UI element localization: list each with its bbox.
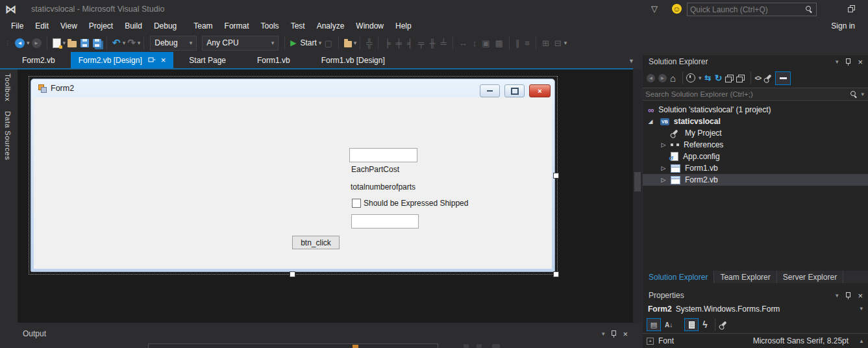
expander-collapsed-icon[interactable]: ▷ [659,142,668,148]
checkbox-express-shipped[interactable] [352,199,361,208]
resize-handle-bottom[interactable] [290,271,295,277]
resize-handle-bottom-right[interactable] [553,271,559,277]
tree-item-solution[interactable]: ∞ Solution 'staticvslocal' (1 project) [643,104,868,116]
properties-header[interactable]: Properties ▾ × [643,289,868,302]
events-icon[interactable]: ϟ [702,319,707,330]
align-bottoms-icon[interactable]: ╧ [441,38,447,48]
send-to-back-icon[interactable]: ⊟ [554,38,562,48]
window-position-dropdown-icon[interactable]: ▾ [836,293,839,299]
same-width-icon[interactable]: ↔ [459,38,467,48]
window-position-dropdown-icon[interactable]: ▾ [602,331,605,337]
expand-property-icon[interactable]: + [647,338,654,345]
object-dropdown-icon[interactable]: ▾ [860,306,863,312]
designer-vertical-scrollbar[interactable] [633,69,642,323]
pin-icon[interactable] [845,292,851,299]
size-to-grid-icon[interactable]: ▦ [495,38,503,48]
menu-window[interactable]: Window [350,19,390,33]
label-total-number-of-parts[interactable]: totalnumberofparts [351,182,415,192]
btn-click-button[interactable]: btn_click [292,236,340,249]
view-code-icon[interactable]: <> [754,75,761,82]
textbox-each-part-cost[interactable] [349,148,417,162]
tree-item-app-config[interactable]: App.config [643,151,868,162]
se-forward-icon[interactable]: ► [658,74,667,82]
redo-icon[interactable]: ↷ [127,37,136,49]
navigate-backward-dropdown[interactable]: ▾ [27,40,30,46]
menu-analyze[interactable]: Analyze [311,19,351,33]
output-toolbar-icon[interactable] [353,345,358,348]
property-row-font[interactable]: + Font Microsoft Sans Serif, 8.25pt ▲ [643,333,868,348]
window-position-dropdown-icon[interactable]: ▾ [836,59,839,65]
pin-icon[interactable] [845,58,851,66]
menu-build[interactable]: Build [119,19,148,33]
tab-form1-vb[interactable]: Form1.vb [242,52,306,68]
align-to-grid-icon[interactable]: ╬ [366,38,372,48]
designed-form-client-area[interactable]: EachPartCost totalnumberofparts Should b… [34,97,552,269]
save-all-icon[interactable] [93,39,101,47]
tab-server-explorer[interactable]: Server Explorer [777,271,843,283]
solution-platform-dropdown[interactable]: Any CPU▾ [202,36,279,51]
close-icon[interactable]: × [623,329,628,339]
close-icon[interactable]: × [858,291,863,301]
save-icon[interactable] [81,39,89,47]
attach-icon[interactable]: ▢ [324,38,332,48]
navigate-forward-icon[interactable]: ► [32,38,42,48]
pin-icon[interactable] [610,330,617,338]
toolbox-tab[interactable]: Toolbox [4,73,12,101]
tree-item-my-project[interactable]: My Project [643,127,868,139]
quick-launch-box[interactable] [687,3,817,16]
tree-item-project[interactable]: ◢ VB staticvslocal [643,116,868,127]
new-project-dropdown[interactable]: ▾ [63,40,66,46]
toolbar-overflow-dropdown[interactable]: ▾ [564,40,567,46]
form-maximize-button[interactable] [504,84,525,97]
solution-explorer-search-box[interactable]: ▾ [643,88,868,101]
properties-object-dropdown[interactable]: Form2 System.Windows.Forms.Form ▾ [643,302,868,316]
resize-handle-right[interactable] [553,173,559,179]
alphabetical-sort-icon[interactable]: A↓ [665,321,673,329]
properties-view-toggle[interactable] [684,318,699,331]
expander-collapsed-icon[interactable]: ▷ [659,177,668,183]
output-toolbar-icon[interactable] [464,344,469,348]
tab-pin-icon[interactable] [148,57,155,64]
form-close-button[interactable]: × [529,84,551,97]
horizontal-spacing-icon[interactable]: ∥ [515,38,520,48]
menu-team[interactable]: Team [188,19,218,33]
menu-tools[interactable]: Tools [255,19,285,33]
tab-list-dropdown[interactable]: ▼ [628,58,634,64]
textbox-second[interactable] [351,214,419,229]
data-sources-tab[interactable]: Data Sources [4,111,12,160]
menu-test[interactable]: Test [285,19,311,33]
home-icon[interactable]: ⌂ [670,73,676,84]
align-rights-icon[interactable]: ╡ [407,38,413,48]
close-icon[interactable]: × [858,57,863,67]
feedback-smiley-icon[interactable]: ☺ [672,4,682,14]
menu-edit[interactable]: Edit [29,19,55,33]
pending-changes-filter-icon[interactable] [686,73,695,82]
tab-close-icon[interactable]: × [161,55,166,65]
tab-start-page[interactable]: Start Page [173,52,242,68]
align-centers-icon[interactable]: ╪ [396,38,402,48]
find-in-files-dropdown[interactable]: ▾ [354,40,357,46]
start-debug-icon[interactable]: ▶ [290,38,296,47]
tab-form2-vb[interactable]: Form2.vb [6,52,71,68]
menu-debug[interactable]: Debug [148,19,182,33]
output-header[interactable]: Output ▾ × [18,327,633,340]
menu-view[interactable]: View [55,19,83,33]
navigate-backward-icon[interactable]: ◄ [15,38,25,48]
quick-launch-search-icon[interactable] [806,6,813,13]
tree-item-form1[interactable]: ▷ Form1.vb [643,162,868,174]
refresh-icon[interactable]: ↻ [715,73,723,83]
vertical-spacing-icon[interactable]: ≡ [525,38,530,48]
preview-selected-items-toggle[interactable] [775,71,791,85]
tab-team-explorer[interactable]: Team Explorer [714,271,776,283]
sync-with-active-document-icon[interactable]: ⇆ [705,73,712,82]
solution-explorer-header[interactable]: Solution Explorer ▾ × [643,55,868,68]
start-debug-label[interactable]: Start [301,38,317,47]
menu-format[interactable]: Format [219,19,255,33]
sign-in-link[interactable]: Sign in [831,21,855,31]
label-each-part-cost[interactable]: EachPartCost [351,165,399,174]
properties-icon[interactable] [764,74,771,81]
tab-form1-vb-design[interactable]: Form1.vb [Design] [306,52,401,68]
tab-form2-vb-design[interactable]: Form2.vb [Design] × [71,52,174,68]
categorized-view-toggle[interactable]: ▤ [647,318,661,331]
property-pages-icon[interactable] [719,321,726,328]
